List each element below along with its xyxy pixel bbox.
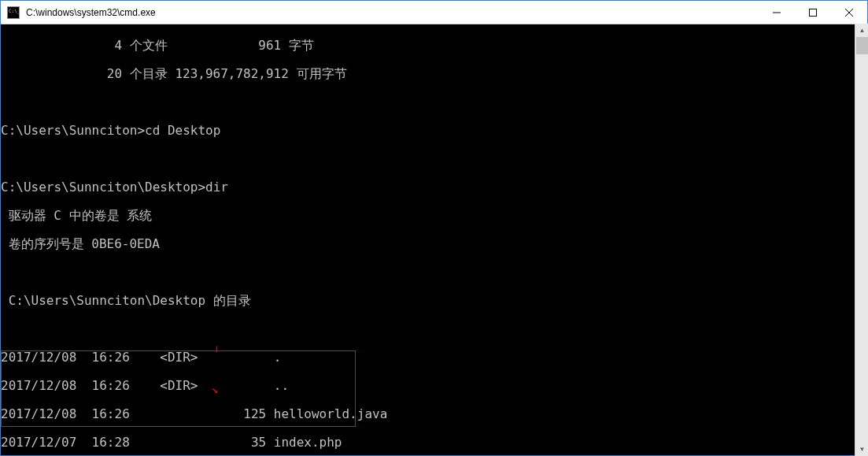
terminal-output[interactable]: 4 个文件 961 字节 20 个目录 123,967,782,912 可用字节… (1, 24, 867, 455)
svg-rect-1 (810, 9, 817, 16)
output-line (1, 152, 867, 166)
output-line: 2017/12/08 16:26 <DIR> . (1, 350, 867, 365)
close-button[interactable] (831, 1, 867, 24)
minimize-button[interactable] (759, 1, 795, 24)
scroll-down-button[interactable]: ▼ (855, 443, 868, 456)
output-line: 驱动器 C 中的卷是 系统 (1, 209, 867, 223)
scrollbar-thumb[interactable] (856, 37, 868, 54)
output-line: 4 个文件 961 字节 (1, 39, 867, 53)
scroll-up-button[interactable]: ▲ (855, 24, 868, 37)
titlebar[interactable]: C:\windows\system32\cmd.exe (1, 1, 867, 24)
maximize-button[interactable] (795, 1, 831, 24)
output-line: 2017/12/08 16:26 <DIR> .. (1, 379, 867, 393)
output-line: C:\Users\Sunnciton\Desktop 的目录 (1, 294, 867, 308)
cmd-window: C:\windows\system32\cmd.exe 4 个文件 961 字节… (0, 0, 868, 456)
cmd-icon (7, 6, 20, 19)
output-line (1, 265, 867, 280)
window-controls (759, 1, 867, 24)
output-line: 2017/12/08 16:26 125 helloworld.java (1, 407, 867, 421)
output-line (1, 95, 867, 109)
window-title: C:\windows\system32\cmd.exe (24, 7, 759, 18)
output-line: 卷的序列号是 0BE6-0EDA (1, 237, 867, 251)
output-line: C:\Users\Sunnciton>cd Desktop (1, 124, 867, 138)
vertical-scrollbar[interactable]: ▲ ▼ (855, 24, 868, 456)
output-line: 2017/12/07 16:28 35 index.php (1, 436, 867, 450)
output-line (1, 322, 867, 336)
output-line: 20 个目录 123,967,782,912 可用字节 (1, 67, 867, 81)
output-line: C:\Users\Sunnciton\Desktop>dir (1, 180, 867, 195)
